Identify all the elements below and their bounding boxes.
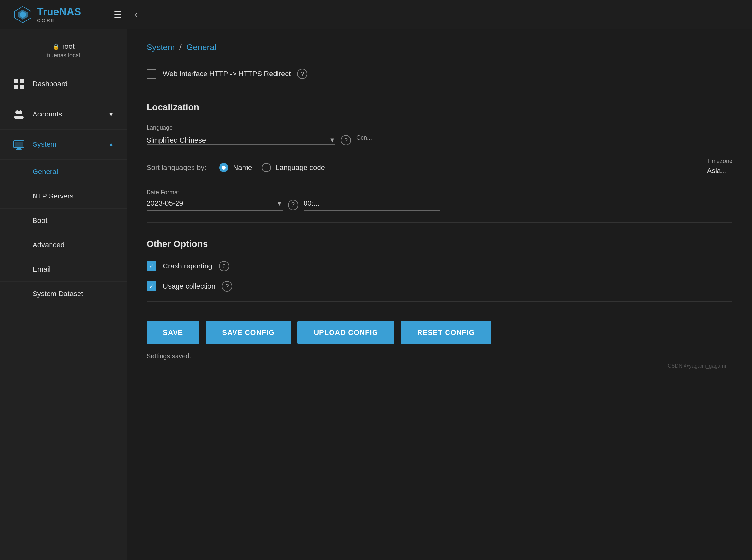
sidebar-item-general[interactable]: General — [0, 160, 127, 184]
svg-rect-4 — [20, 79, 24, 83]
hamburger-button[interactable]: ☰ — [114, 9, 122, 20]
sidebar-item-dashboard-label: Dashboard — [33, 80, 68, 88]
svg-rect-12 — [15, 142, 23, 147]
language-input-row: Simplified Chinese ▼ ? Con... — [147, 134, 732, 146]
sidebar-item-boot[interactable]: Boot — [0, 208, 127, 233]
http-redirect-label: Web Interface HTTP -> HTTPS Redirect — [163, 69, 290, 78]
usage-collection-help[interactable]: ? — [222, 281, 232, 292]
logo-truenas: TrueNAS — [37, 6, 81, 18]
sort-name-radio-inner — [222, 166, 226, 169]
reset-config-button[interactable]: RESET CONFIG — [401, 321, 491, 344]
language-label: Language — [147, 124, 732, 131]
localization-section: Localization Language Simplified Chinese… — [147, 102, 732, 223]
save-config-button[interactable]: SAVE CONFIG — [206, 321, 291, 344]
sidebar-item-dashboard[interactable]: Dashboard — [0, 69, 127, 99]
usage-collection-label: Usage collection — [163, 282, 215, 291]
system-arrow: ▲ — [108, 141, 114, 148]
crash-reporting-help[interactable]: ? — [219, 261, 229, 272]
sort-code-radio[interactable] — [262, 163, 271, 172]
accounts-arrow: ▼ — [108, 111, 114, 118]
settings-saved-message: Settings saved. — [147, 353, 732, 360]
form-container: Web Interface HTTP -> HTTPS Redirect ? L… — [127, 59, 752, 392]
svg-point-10 — [17, 116, 24, 119]
svg-point-8 — [19, 110, 22, 114]
sort-by-name[interactable]: Name — [219, 163, 252, 172]
usage-collection-checkbox[interactable]: ✓ — [147, 281, 156, 291]
sidebar-item-system-dataset[interactable]: System Dataset — [0, 282, 127, 306]
language-help[interactable]: ? — [341, 135, 351, 145]
date-format-arrow: ▼ — [276, 200, 283, 207]
breadcrumb: System / General — [127, 29, 752, 59]
console-menu-label: Con... — [356, 134, 454, 141]
sidebar-item-system-label: System — [33, 140, 56, 149]
user-host: truenas.local — [0, 52, 127, 59]
sort-languages-group: Sort languages by: Name Language code Ti… — [147, 158, 732, 177]
other-options-title: Other Options — [147, 239, 732, 249]
sort-label: Sort languages by: — [147, 163, 206, 172]
svg-rect-6 — [20, 85, 24, 89]
crash-reporting-check: ✓ — [149, 263, 154, 270]
user-name: 🔒 root — [0, 42, 127, 51]
system-icon — [13, 139, 25, 150]
timezone-field: Timezone Asia... — [707, 158, 732, 177]
svg-rect-14 — [16, 149, 22, 150]
date-format-field-group: Date Format 2023-05-29 ▼ ? 00:... — [147, 189, 732, 211]
user-section: 🔒 root truenas.local — [0, 36, 127, 69]
time-format-field[interactable]: 00:... — [304, 199, 440, 211]
sidebar-item-email[interactable]: Email — [0, 257, 127, 282]
sidebar-item-system[interactable]: System ▲ — [0, 129, 127, 160]
svg-rect-3 — [14, 79, 18, 83]
usage-collection-check: ✓ — [149, 283, 154, 290]
topbar: TrueNAS CORE ☰ ‹ — [0, 0, 752, 29]
date-format-help[interactable]: ? — [288, 200, 298, 210]
http-redirect-checkbox[interactable] — [147, 69, 156, 79]
console-menu-field: Con... — [356, 134, 454, 146]
language-value: Simplified Chinese — [147, 136, 326, 144]
time-format-value: 00:... — [304, 199, 440, 207]
language-select[interactable]: Simplified Chinese ▼ — [147, 136, 335, 145]
sort-by-code[interactable]: Language code — [262, 163, 325, 172]
sort-name-label: Name — [233, 163, 252, 172]
date-format-row: 2023-05-29 ▼ ? 00:... — [147, 199, 440, 211]
date-format-value: 2023-05-29 — [147, 199, 276, 207]
logo-text: TrueNAS CORE — [37, 6, 81, 23]
crash-reporting-field: ✓ Crash reporting ? — [147, 261, 732, 272]
divider-2 — [147, 301, 732, 302]
crash-reporting-checkbox[interactable]: ✓ — [147, 261, 156, 271]
date-format-label: Date Format — [147, 189, 732, 196]
sidebar-item-ntp-servers[interactable]: NTP Servers — [0, 184, 127, 208]
upload-config-button[interactable]: UPLOAD CONFIG — [297, 321, 394, 344]
breadcrumb-parent[interactable]: System — [147, 42, 175, 53]
sidebar-item-accounts[interactable]: Accounts ▼ — [0, 99, 127, 129]
save-button[interactable]: SAVE — [147, 321, 199, 344]
svg-rect-13 — [17, 148, 20, 149]
language-field-group: Language Simplified Chinese ▼ ? Con... — [147, 124, 732, 146]
http-redirect-row: Web Interface HTTP -> HTTPS Redirect ? — [147, 69, 732, 79]
sidebar-item-advanced[interactable]: Advanced — [0, 233, 127, 257]
dashboard-icon — [13, 78, 25, 90]
breadcrumb-current[interactable]: General — [186, 42, 217, 53]
crash-reporting-label: Crash reporting — [163, 262, 212, 271]
http-redirect-section: Web Interface HTTP -> HTTPS Redirect ? — [147, 59, 732, 89]
timezone-value: Asia... — [707, 166, 732, 177]
other-options-section: Other Options ✓ Crash reporting ? ✓ Usag… — [147, 239, 732, 292]
http-redirect-help[interactable]: ? — [297, 69, 307, 79]
main-layout: 🔒 root truenas.local Dashboard Acc — [0, 29, 752, 560]
accounts-icon — [13, 108, 25, 120]
logo: TrueNAS CORE — [13, 5, 81, 24]
usage-collection-field: ✓ Usage collection ? — [147, 281, 732, 292]
sidebar: 🔒 root truenas.local Dashboard Acc — [0, 29, 127, 560]
divider-1 — [147, 222, 732, 223]
sort-code-label: Language code — [275, 163, 325, 172]
sidebar-item-accounts-label: Accounts — [33, 110, 62, 118]
watermark: CSDN @yagami_gagami — [147, 360, 732, 372]
truenas-logo-icon — [13, 5, 33, 24]
content-area: System / General Web Interface HTTP -> H… — [127, 29, 752, 560]
language-dropdown-arrow: ▼ — [329, 136, 335, 144]
lock-icon: 🔒 — [53, 43, 60, 50]
back-button[interactable]: ‹ — [135, 9, 138, 20]
date-format-select[interactable]: 2023-05-29 ▼ — [147, 199, 283, 211]
breadcrumb-separator: / — [179, 42, 182, 53]
localization-title: Localization — [147, 102, 732, 113]
sort-name-radio[interactable] — [219, 163, 228, 172]
